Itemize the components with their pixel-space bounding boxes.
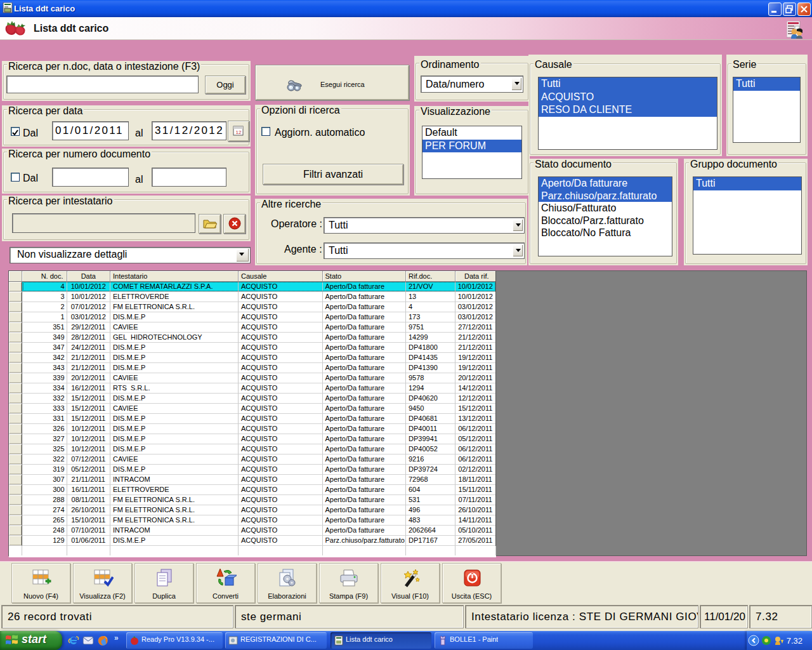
svg-text:12: 12 <box>236 129 242 135</box>
